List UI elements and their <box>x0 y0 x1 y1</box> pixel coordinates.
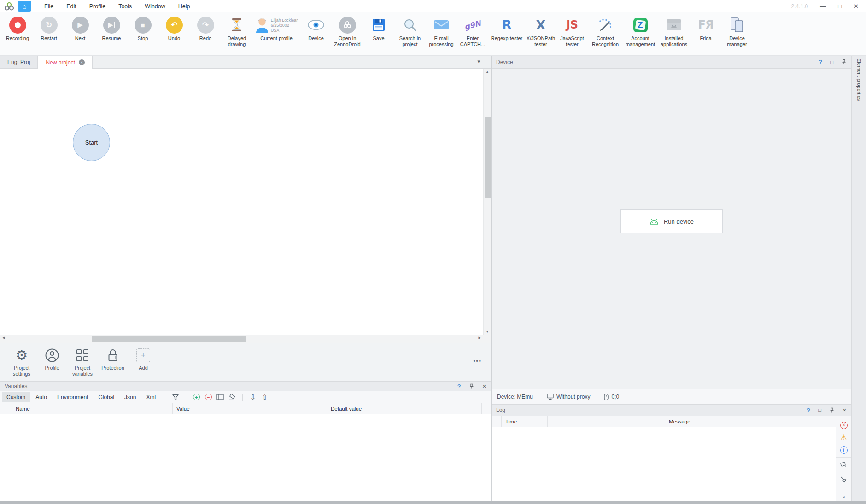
variables-tab-json[interactable]: Json <box>120 392 140 402</box>
canvas-vertical-scrollbar[interactable]: ▲ ▼ <box>483 69 491 335</box>
xjsonpath-tester-button[interactable]: X X/JSONPath tester <box>525 16 556 47</box>
next-button[interactable]: ▶ Next <box>64 16 96 41</box>
menu-help[interactable]: Help <box>172 3 197 10</box>
eraser-icon[interactable] <box>227 394 238 400</box>
account-management-button[interactable]: Z Account management <box>623 16 658 47</box>
start-node[interactable]: Start <box>73 124 110 161</box>
column-message[interactable]: Message <box>665 416 836 427</box>
proxy-status[interactable]: Without proxy <box>547 394 590 400</box>
filter-icon[interactable] <box>170 394 181 400</box>
variables-tab-xml[interactable]: Xml <box>141 392 160 402</box>
workspace: Eng_Proj New project ✕ ▾ Start ▲ ▼ ◀ <box>0 56 491 501</box>
scroll-left-icon[interactable]: ◀ <box>2 336 5 340</box>
project-variables-button[interactable]: Project variables <box>67 348 98 377</box>
envelope-icon <box>433 16 449 34</box>
menu-file[interactable]: File <box>38 3 60 10</box>
vertical-scroll-thumb[interactable] <box>485 117 491 198</box>
column-default-value[interactable]: Default value <box>327 403 482 414</box>
log-help-icon[interactable]: ? <box>807 407 810 414</box>
menu-window[interactable]: Window <box>138 3 171 10</box>
variables-tab-global[interactable]: Global <box>94 392 119 402</box>
scroll-up-icon[interactable]: ▲ <box>484 70 491 73</box>
element-properties-tab[interactable]: Element properties <box>851 56 866 501</box>
add-action-button[interactable]: + Add <box>128 348 158 371</box>
profile-name: Elijah Locklear <box>271 18 298 23</box>
warnings-filter-button[interactable]: ⚠ <box>836 431 851 444</box>
info-filter-button[interactable]: i <box>836 444 851 456</box>
add-variable-icon[interactable]: + <box>191 394 202 400</box>
log-maximize-icon[interactable]: □ <box>818 407 821 413</box>
variables-tab-custom[interactable]: Custom <box>2 392 30 402</box>
redo-button[interactable]: ↷ Redo <box>190 16 221 41</box>
device-help-icon[interactable]: ? <box>819 58 822 65</box>
variables-pin-icon[interactable] <box>469 383 474 389</box>
variables-help-icon[interactable]: ? <box>457 383 461 390</box>
device-pin-icon[interactable] <box>841 59 847 65</box>
email-processing-button[interactable]: E-mail processing <box>426 16 457 47</box>
scroll-right-icon[interactable]: ▶ <box>479 336 481 340</box>
tab-close-icon[interactable]: ✕ <box>79 59 85 65</box>
device-name-status: Device: MEmu <box>497 394 533 400</box>
column-value[interactable]: Value <box>173 403 327 414</box>
variables-tab-auto[interactable]: Auto <box>31 392 52 402</box>
installed-applications-button[interactable]: Installed applications <box>658 16 690 47</box>
context-recognition-button[interactable]: Context Recognition <box>588 16 623 47</box>
stop-button[interactable]: ■ Stop <box>127 16 158 41</box>
horizontal-scroll-thumb[interactable] <box>92 336 246 342</box>
captcha-icon: g9N <box>463 18 482 31</box>
move-up-icon[interactable]: ⇧ <box>259 393 270 401</box>
protection-button[interactable]: Protection <box>98 348 128 371</box>
device-manager-button[interactable]: Device manager <box>721 16 753 47</box>
move-down-icon[interactable]: ⇩ <box>247 393 258 401</box>
search-in-project-button[interactable]: Search in project <box>394 16 426 47</box>
panel-view-icon[interactable] <box>215 394 226 400</box>
minimize-button[interactable]: — <box>820 3 826 10</box>
column-time[interactable]: Time <box>502 416 548 427</box>
variables-table-body[interactable] <box>0 414 491 501</box>
canvas-horizontal-scrollbar[interactable]: ◀ ▶ <box>0 335 483 343</box>
delayed-drawing-button[interactable]: Delayed drawing <box>221 16 252 47</box>
remove-variable-icon[interactable]: − <box>203 394 214 400</box>
tab-new-project[interactable]: New project ✕ <box>38 56 92 69</box>
more-actions-button[interactable]: ••• <box>473 358 482 365</box>
device-maximize-icon[interactable]: □ <box>830 59 833 65</box>
menu-edit[interactable]: Edit <box>60 3 83 10</box>
log-pin-icon[interactable] <box>829 407 835 413</box>
variables-tab-environment[interactable]: Environment <box>53 392 93 402</box>
log-table-body[interactable] <box>492 427 836 501</box>
resume-button[interactable]: ▶ Resume <box>96 16 127 41</box>
open-in-zennodroid-button[interactable]: Open in ZennoDroid <box>332 16 363 47</box>
current-profile-button[interactable]: Elijah Locklear 6/25/2002 USA Current pr… <box>252 16 300 41</box>
enter-captcha-button[interactable]: g9N Enter CAPTCH... <box>457 16 488 47</box>
recording-button[interactable]: Recording <box>2 16 33 41</box>
tab-list-dropdown-icon[interactable]: ▾ <box>477 58 480 64</box>
clear-log-button[interactable] <box>836 473 851 486</box>
device-button[interactable]: Device <box>300 16 332 41</box>
menu-bar: ⌂ File Edit Profile Tools Window Help 2.… <box>0 0 866 12</box>
column-dots[interactable]: ... <box>492 416 502 427</box>
frida-button[interactable]: FЯ Frida <box>690 16 721 41</box>
javascript-tester-button[interactable]: JS JavaScript tester <box>556 16 588 47</box>
collapse-strip-icon[interactable]: ◂ <box>843 495 844 499</box>
undo-button[interactable]: ↶ Undo <box>158 16 190 41</box>
menu-profile[interactable]: Profile <box>83 3 112 10</box>
restart-button[interactable]: ↻ Restart <box>33 16 64 41</box>
errors-filter-button[interactable]: ✕ <box>836 419 851 431</box>
column-name[interactable]: Name <box>12 403 173 414</box>
tab-eng-proj[interactable]: Eng_Proj <box>0 56 38 68</box>
flow-canvas[interactable]: Start <box>0 69 483 335</box>
profile-button[interactable]: Profile <box>37 348 67 371</box>
scroll-down-icon[interactable]: ▼ <box>484 330 491 333</box>
close-button[interactable]: ✕ <box>854 3 859 10</box>
home-button[interactable]: ⌂ <box>18 1 31 12</box>
device-status-bar: Device: MEmu Without proxy 0;0 <box>492 389 851 404</box>
variables-close-icon[interactable]: ✕ <box>482 383 486 389</box>
save-button[interactable]: Save <box>363 16 394 41</box>
log-close-icon[interactable]: ✕ <box>843 407 847 413</box>
menu-tools[interactable]: Tools <box>112 3 138 10</box>
regexp-tester-button[interactable]: R Regexp tester <box>488 16 525 41</box>
maximize-button[interactable]: □ <box>838 3 842 10</box>
project-settings-button[interactable]: ⚙ Project settings <box>6 348 37 377</box>
highlight-log-button[interactable] <box>836 458 851 471</box>
run-device-button[interactable]: Run device <box>620 209 723 233</box>
